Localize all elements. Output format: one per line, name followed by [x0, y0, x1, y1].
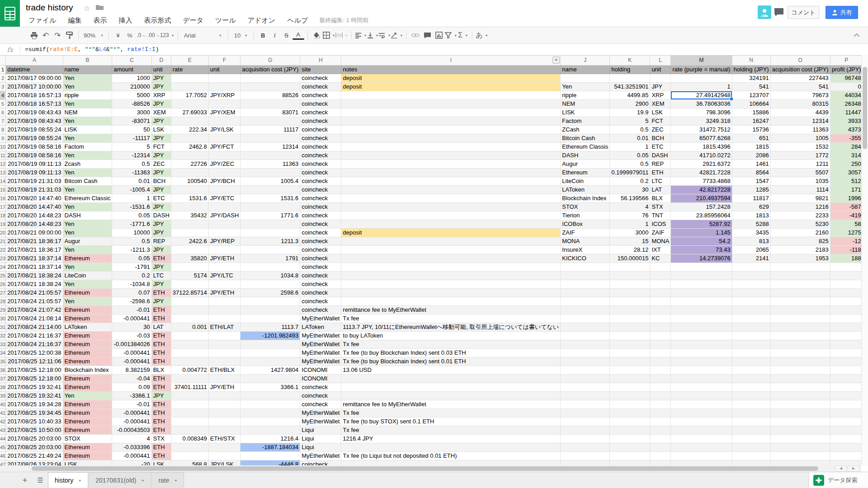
cell-H45[interactable]: Liqui [300, 443, 341, 451]
cell-O5[interactable]: 80315 [770, 99, 830, 108]
cell-O21[interactable]: 825 [770, 237, 830, 245]
cell-K17[interactable]: 4 [610, 202, 650, 211]
cell-B17[interactable]: Yen [63, 202, 112, 211]
cell-H20[interactable]: coincheck [300, 228, 341, 237]
cell-B9[interactable]: Yen [63, 134, 112, 142]
cell-F16[interactable]: JPY/ETC [208, 194, 241, 202]
row-header-46[interactable]: 46 [0, 451, 6, 460]
cell-M40[interactable] [671, 400, 732, 408]
cell-A17[interactable]: 2017/08/20 14:47:40 [6, 202, 63, 211]
cell-C24[interactable]: -1791 [112, 263, 151, 271]
cell-P11[interactable]: 314 [830, 151, 861, 160]
cell-B21[interactable]: Augur [63, 237, 112, 245]
cell-H1[interactable]: site [300, 65, 341, 74]
cell-J17[interactable]: STOX [561, 202, 610, 211]
cell-H7[interactable]: coincheck [300, 117, 341, 125]
cell-F39[interactable] [208, 391, 241, 400]
cell-F18[interactable]: JPY/DASH [208, 211, 241, 220]
cell-C29[interactable]: -0.01 [112, 305, 151, 314]
cell-J25[interactable] [561, 271, 610, 280]
cell-P25[interactable] [830, 271, 861, 280]
cell-K38[interactable] [610, 383, 650, 391]
cell-D32[interactable]: ETH [151, 331, 171, 340]
input-method-icon[interactable]: あ▼ [476, 30, 488, 41]
cell-C17[interactable]: -1531.6 [112, 202, 151, 211]
cell-O38[interactable] [770, 383, 830, 391]
cell-K41[interactable] [610, 408, 650, 417]
cell-C11[interactable]: -12314 [112, 151, 151, 160]
cell-C16[interactable]: 1 [112, 194, 151, 202]
cell-A10[interactable]: 2017/08/19 08:58:16 [6, 142, 63, 151]
cell-A35[interactable]: 2017/08/25 12:11:06 [6, 357, 63, 366]
cell-C28[interactable]: -2598.6 [112, 297, 151, 305]
horizontal-align-icon[interactable]: ▼ [355, 30, 367, 41]
cell-D5[interactable]: JPY [151, 99, 171, 108]
cell-N25[interactable] [732, 271, 770, 280]
cell-E22[interactable] [171, 245, 208, 254]
cell-L15[interactable]: LAT [650, 185, 671, 194]
cell-K31[interactable] [610, 323, 650, 331]
cell-P40[interactable] [830, 400, 861, 408]
cell-J31[interactable] [561, 323, 610, 331]
cell-K29[interactable] [610, 305, 650, 314]
cell-E16[interactable]: 1531.6 [171, 194, 208, 202]
cell-D31[interactable]: LAT [151, 323, 171, 331]
cell-C9[interactable]: -11117 [112, 134, 151, 142]
cell-I34[interactable]: Tx fee (to buy Blockchain Index) sent 0.… [341, 348, 561, 357]
cell-B35[interactable]: Ethereum [63, 357, 112, 366]
cell-J27[interactable] [561, 288, 610, 297]
column-header-K[interactable]: K [610, 56, 650, 65]
row-header-18[interactable]: 18 [0, 211, 6, 220]
cell-D39[interactable]: JPY [151, 391, 171, 400]
cell-C27[interactable]: 0.07 [112, 288, 151, 297]
cell-N24[interactable] [732, 263, 770, 271]
cell-D24[interactable]: JPY [151, 263, 171, 271]
cell-J22[interactable]: InsureX [561, 245, 610, 254]
cell-O26[interactable] [770, 280, 830, 288]
cell-J26[interactable] [561, 280, 610, 288]
cell-B41[interactable]: Ethereum [63, 408, 112, 417]
cell-N40[interactable] [732, 400, 770, 408]
cell-N7[interactable]: 16247 [732, 117, 770, 125]
cell-D25[interactable]: LTC [151, 271, 171, 280]
row-header-43[interactable]: 43 [0, 426, 6, 434]
cell-C31[interactable]: 30 [112, 323, 151, 331]
column-header-L[interactable]: L [650, 56, 671, 65]
cell-J5[interactable]: NEM [561, 99, 610, 108]
cell-J38[interactable] [561, 383, 610, 391]
cell-G11[interactable] [241, 151, 300, 160]
cell-G34[interactable] [241, 348, 300, 357]
cell-M19[interactable]: 5287.92 [671, 220, 732, 228]
cell-A8[interactable]: 2017/08/19 08:55:24 [6, 125, 63, 134]
cell-F45[interactable] [208, 443, 241, 451]
row-header-4[interactable]: 4 [0, 91, 6, 99]
cell-I14[interactable] [341, 177, 561, 185]
cell-F13[interactable] [208, 168, 241, 177]
cell-H39[interactable]: coincheck [300, 391, 341, 400]
cell-A5[interactable]: 2017/08/18 16:57:13 [6, 99, 63, 108]
cell-C30[interactable]: -0.000441 [112, 314, 151, 323]
row-header-40[interactable]: 40 [0, 400, 6, 408]
row-header-33[interactable]: 33 [0, 340, 6, 348]
cell-P47[interactable] [830, 460, 861, 465]
cell-K1[interactable]: holding [610, 65, 650, 74]
cell-P22[interactable]: -118 [830, 245, 861, 254]
cell-N22[interactable]: 2065 [732, 245, 770, 254]
cell-A47[interactable]: 2017/08/26 13:23:04 [6, 460, 63, 465]
cell-L30[interactable] [650, 314, 671, 323]
row-header-30[interactable]: 30 [0, 314, 6, 323]
cell-K39[interactable] [610, 391, 650, 400]
cell-O34[interactable] [770, 348, 830, 357]
cell-I5[interactable] [341, 99, 561, 108]
cell-I9[interactable] [341, 134, 561, 142]
cell-J32[interactable] [561, 331, 610, 340]
cell-L16[interactable]: BLX [650, 194, 671, 202]
cell-M7[interactable]: 3249.318 [671, 117, 732, 125]
cell-O42[interactable] [770, 417, 830, 426]
cell-G33[interactable] [241, 340, 300, 348]
cell-P37[interactable] [830, 374, 861, 383]
cell-F12[interactable]: JPY/ZEC [208, 160, 241, 168]
cell-D38[interactable]: ETH [151, 383, 171, 391]
cell-E10[interactable]: 2462.8 [171, 142, 208, 151]
row-header-21[interactable]: 21 [0, 237, 6, 245]
